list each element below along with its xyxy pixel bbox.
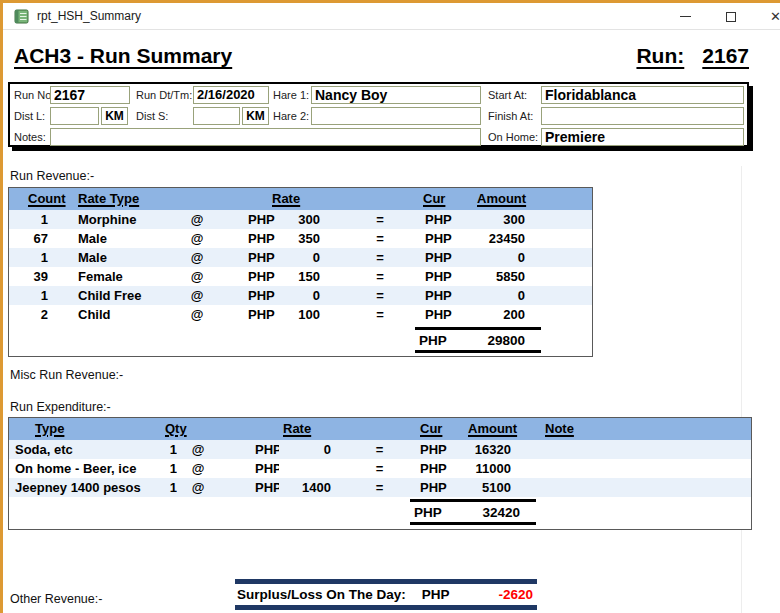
run-expenditure-table: Type Qty Rate Cur Amount Note Soda, etc1… <box>8 417 752 530</box>
minimize-button[interactable] <box>663 3 708 30</box>
maximize-button[interactable] <box>708 3 753 30</box>
expenditure-cell-amount: 11000 <box>468 459 549 478</box>
revenue-cell-at: @ <box>162 229 232 248</box>
revenue-cell-note <box>561 305 592 324</box>
revenue-cell-amount: 23450 <box>473 229 561 248</box>
revenue-cell-at: @ <box>162 305 232 324</box>
revenue-cell-rate: 0 <box>277 248 335 267</box>
revenue-cell-rate_type: Male <box>52 248 162 267</box>
revenue-cell-cur2: PHP <box>425 248 473 267</box>
revenue-row: 67Male@PHP350=PHP23450 <box>9 229 592 248</box>
revenue-cell-cur1: PHP <box>232 286 277 305</box>
report-icon <box>14 9 29 24</box>
revenue-total-amount: 29800 <box>447 333 541 348</box>
finish-at-field[interactable] <box>541 107 744 125</box>
expenditure-row: Jeepney 1400 pesos1@PHP1400=PHP5100 <box>9 478 751 497</box>
revenue-cell-note <box>561 229 592 248</box>
expenditure-total-amount: 32420 <box>442 505 536 520</box>
report-title: ACH3 - Run Summary <box>14 44 232 68</box>
run-number: 2167 <box>702 44 749 68</box>
revenue-row: 2Child@PHP100=PHP200 <box>9 305 592 324</box>
surplus-amount: -2620 <box>450 587 537 602</box>
notes-field[interactable] <box>50 128 481 146</box>
revenue-cell-rate_type: Female <box>52 267 162 286</box>
revenue-cell-rate_type: Male <box>52 229 162 248</box>
dist-s-label: Dist S: <box>136 108 168 124</box>
revenue-cell-rate: 100 <box>277 305 335 324</box>
expenditure-cell-cur2: PHP <box>420 478 468 497</box>
expenditure-cell-qty: 1 <box>159 478 177 497</box>
expenditure-cell-cur1: PHP <box>219 440 279 459</box>
revenue-cell-cur2: PHP <box>425 305 473 324</box>
dist-l-field[interactable] <box>50 107 99 125</box>
dist-s-field[interactable] <box>193 107 240 125</box>
expenditure-total-currency: PHP <box>410 505 442 520</box>
expenditure-cell-note <box>549 459 751 478</box>
revenue-header-cur: Cur <box>423 188 445 210</box>
expenditure-cell-type: Jeepney 1400 pesos <box>9 478 159 497</box>
expenditure-header-rate: Rate <box>283 418 311 440</box>
revenue-cell-note <box>561 267 592 286</box>
expenditure-cell-cur2: PHP <box>420 440 468 459</box>
run-revenue-table: Count Rate Type Rate Cur Amount 1Morphin… <box>8 187 593 357</box>
revenue-cell-eq: = <box>335 305 425 324</box>
revenue-row: 39Female@PHP150=PHP5850 <box>9 267 592 286</box>
run-no-field[interactable]: 2167 <box>50 86 130 104</box>
revenue-cell-note <box>561 210 592 229</box>
surplus-label: Surplus/Loss On The Day: <box>235 587 406 602</box>
expenditure-total: PHP 32420 <box>410 499 536 525</box>
revenue-row: 1Morphine@PHP300=PHP300 <box>9 210 592 229</box>
run-info-panel: Run No: 2167 Run Dt/Tm: 2/16/2020 Hare 1… <box>8 82 749 147</box>
surplus-loss-panel: Surplus/Loss On The Day: PHP -2620 <box>235 579 537 610</box>
hare1-field[interactable]: Nancy Boy <box>311 86 481 104</box>
revenue-cell-count: 67 <box>9 229 52 248</box>
revenue-cell-rate: 0 <box>277 286 335 305</box>
expenditure-cell-at: @ <box>177 478 219 497</box>
expenditure-cell-at: @ <box>177 459 219 478</box>
revenue-cell-at: @ <box>162 267 232 286</box>
on-home-label: On Home: <box>488 129 538 145</box>
title-bar[interactable]: rpt_HSH_Summary ✕ <box>3 3 780 30</box>
expenditure-cell-rate: 0 <box>279 440 339 459</box>
dist-l-label: Dist L: <box>14 108 45 124</box>
run-dttm-label: Run Dt/Tm: <box>136 87 192 103</box>
revenue-cell-rate_type: Child <box>52 305 162 324</box>
expenditure-cell-eq: = <box>339 459 420 478</box>
revenue-cell-cur2: PHP <box>425 267 473 286</box>
revenue-cell-rate: 300 <box>277 210 335 229</box>
start-at-label: Start At: <box>488 87 527 103</box>
hare2-field[interactable] <box>311 107 481 125</box>
expenditure-cell-note <box>549 440 751 459</box>
run-dttm-field[interactable]: 2/16/2020 <box>193 86 269 104</box>
section-misc-revenue: Misc Run Revenue:- <box>10 368 123 382</box>
expenditure-cell-amount: 16320 <box>468 440 549 459</box>
dist-l-unit: KM <box>101 107 128 125</box>
revenue-cell-eq: = <box>335 267 425 286</box>
close-button[interactable]: ✕ <box>753 3 780 30</box>
revenue-cell-rate: 150 <box>277 267 335 286</box>
expenditure-cell-type: Soda, etc <box>9 440 159 459</box>
expenditure-header-note: Note <box>545 418 574 440</box>
revenue-cell-eq: = <box>335 229 425 248</box>
expenditure-header-qty: Qty <box>165 418 187 440</box>
report-body: ACH3 - Run Summary Run: 2167 Run No: 216… <box>3 31 780 613</box>
page-edge-line <box>741 166 742 613</box>
expenditure-header-row: Type Qty Rate Cur Amount Note <box>9 418 751 440</box>
on-home-field[interactable]: Premiere <box>541 128 744 146</box>
revenue-cell-at: @ <box>162 210 232 229</box>
expenditure-cell-cur1: PHP <box>219 478 279 497</box>
run-header: Run: 2167 <box>636 44 749 68</box>
expenditure-cell-qty: 1 <box>159 459 177 478</box>
expenditure-cell-eq: = <box>339 440 420 459</box>
revenue-cell-cur1: PHP <box>232 248 277 267</box>
revenue-cell-count: 1 <box>9 286 52 305</box>
run-no-label: Run No: <box>14 87 54 103</box>
maximize-icon <box>726 12 736 22</box>
expenditure-cell-cur2: PHP <box>420 459 468 478</box>
revenue-row: 1Child Free@PHP0=PHP0 <box>9 286 592 305</box>
window-controls: ✕ <box>663 3 780 30</box>
revenue-cell-cur2: PHP <box>425 210 473 229</box>
revenue-total-currency: PHP <box>415 333 447 348</box>
start-at-field[interactable]: Floridablanca <box>541 86 744 104</box>
section-run-revenue: Run Revenue:- <box>10 169 94 183</box>
